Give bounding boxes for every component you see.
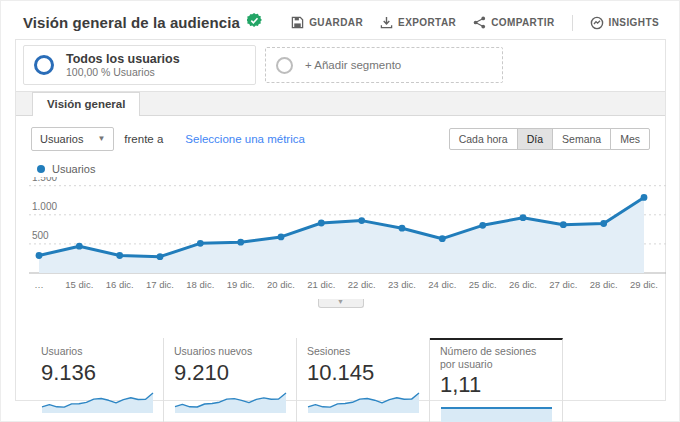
report-panel: Todos los usuarios 100,00 % Usuarios + A… bbox=[15, 39, 666, 401]
chart-legend: Usuarios bbox=[37, 163, 658, 175]
versus-label: frente a bbox=[124, 133, 163, 145]
granularity-week-button[interactable]: Semana bbox=[552, 128, 611, 150]
save-button[interactable]: GUARDAR bbox=[291, 16, 363, 29]
chevron-down-icon: ▼ bbox=[97, 134, 105, 143]
svg-text:26 dic.: 26 dic. bbox=[509, 279, 537, 290]
metric-dropdown-value: Usuarios bbox=[40, 133, 83, 145]
segment-row: Todos los usuarios 100,00 % Usuarios + A… bbox=[16, 40, 665, 91]
annotations-toggle-handle[interactable]: ▼ bbox=[318, 299, 364, 308]
users-line-chart[interactable]: 5001.0001.500…15 dic.16 dic.17 dic.18 di… bbox=[29, 177, 652, 299]
scorecard-title: Sesiones bbox=[307, 345, 419, 358]
page-title: Visión general de la audiencia bbox=[23, 14, 240, 31]
svg-text:…: … bbox=[34, 279, 44, 290]
svg-text:1.500: 1.500 bbox=[32, 177, 57, 183]
scorecard-value: 9.210 bbox=[174, 361, 286, 385]
select-metric-link[interactable]: Seleccione una métrica bbox=[185, 133, 305, 145]
svg-text:28 dic.: 28 dic. bbox=[590, 279, 618, 290]
segment-text: Todos los usuarios 100,00 % Usuarios bbox=[66, 52, 180, 79]
share-icon bbox=[473, 16, 486, 29]
legend-label: Usuarios bbox=[52, 163, 95, 175]
sparkline bbox=[174, 388, 287, 414]
download-icon bbox=[380, 16, 393, 29]
scorecard-new-users[interactable]: Usuarios nuevos 9.210 bbox=[164, 338, 297, 422]
scorecard-users[interactable]: Usuarios 9.136 bbox=[31, 338, 164, 422]
scorecard-value: 10.145 bbox=[307, 361, 419, 385]
segment-subtitle: 100,00 % Usuarios bbox=[66, 66, 180, 79]
svg-text:29 dic.: 29 dic. bbox=[630, 279, 658, 290]
svg-text:500: 500 bbox=[32, 230, 49, 241]
save-icon bbox=[291, 16, 304, 29]
sparkline bbox=[307, 388, 420, 414]
scorecard-value: 9.136 bbox=[41, 361, 153, 385]
chevron-down-icon: ▼ bbox=[337, 298, 344, 305]
segment-ring-icon bbox=[34, 55, 54, 75]
add-segment-label: + Añadir segmento bbox=[305, 59, 401, 71]
insights-icon bbox=[590, 16, 604, 30]
segment-chip-all-users[interactable]: Todos los usuarios 100,00 % Usuarios bbox=[23, 45, 256, 85]
line-chart-svg: 5001.0001.500…15 dic.16 dic.17 dic.18 di… bbox=[29, 177, 666, 299]
header-actions: GUARDAR EXPORTAR COMPARTIR INSIGHTS bbox=[291, 15, 659, 31]
metric-dropdown[interactable]: Usuarios ▼ bbox=[31, 127, 114, 151]
scorecard-title: Usuarios bbox=[41, 345, 153, 358]
tab-strip: Visión general bbox=[16, 91, 665, 116]
scorecards-row: Usuarios 9.136 Usuarios nuevos 9.210 Ses… bbox=[31, 338, 658, 422]
svg-text:16 dic.: 16 dic. bbox=[106, 279, 134, 290]
share-button[interactable]: COMPARTIR bbox=[473, 16, 554, 29]
svg-text:27 dic.: 27 dic. bbox=[549, 279, 577, 290]
svg-text:18 dic.: 18 dic. bbox=[186, 279, 214, 290]
export-button[interactable]: EXPORTAR bbox=[380, 16, 456, 29]
empty-segment-ring-icon bbox=[276, 57, 293, 74]
insights-button[interactable]: INSIGHTS bbox=[590, 16, 659, 30]
svg-text:24 dic.: 24 dic. bbox=[428, 279, 456, 290]
insights-label: INSIGHTS bbox=[609, 17, 659, 28]
audience-overview-page: Visión general de la audiencia GUARDAR E… bbox=[0, 0, 680, 422]
svg-text:15 dic.: 15 dic. bbox=[65, 279, 93, 290]
scorecard-value: 1,11 bbox=[440, 373, 552, 397]
svg-text:23 dic.: 23 dic. bbox=[388, 279, 416, 290]
export-label: EXPORTAR bbox=[398, 17, 456, 28]
scorecard-title: Número de sesiones por usuario bbox=[440, 345, 552, 370]
tab-overview[interactable]: Visión general bbox=[32, 92, 140, 116]
share-label: COMPARTIR bbox=[491, 17, 554, 28]
panel-content: Usuarios ▼ frente a Seleccione una métri… bbox=[16, 125, 665, 422]
granularity-group: Cada hora Día Semana Mes bbox=[449, 128, 650, 150]
add-segment-button[interactable]: + Añadir segmento bbox=[265, 47, 503, 83]
svg-text:21 dic.: 21 dic. bbox=[307, 279, 335, 290]
segment-title: Todos los usuarios bbox=[66, 52, 180, 66]
svg-text:20 dic.: 20 dic. bbox=[267, 279, 295, 290]
save-label: GUARDAR bbox=[309, 17, 363, 28]
header-divider bbox=[572, 15, 573, 31]
svg-text:17 dic.: 17 dic. bbox=[146, 279, 174, 290]
svg-text:25 dic.: 25 dic. bbox=[469, 279, 497, 290]
report-header: Visión general de la audiencia GUARDAR E… bbox=[1, 1, 679, 35]
chart-controls: Usuarios ▼ frente a Seleccione una métri… bbox=[23, 125, 658, 152]
svg-text:22 dic.: 22 dic. bbox=[348, 279, 376, 290]
granularity-day-button[interactable]: Día bbox=[517, 128, 553, 150]
granularity-month-button[interactable]: Mes bbox=[610, 128, 650, 150]
sparkline bbox=[41, 388, 154, 414]
scorecard-sessions[interactable]: Sesiones 10.145 bbox=[297, 338, 430, 422]
verified-shield-icon bbox=[247, 13, 262, 32]
svg-text:1.000: 1.000 bbox=[32, 201, 57, 212]
scorecard-sessions-per-user[interactable]: Número de sesiones por usuario 1,11 bbox=[430, 338, 563, 422]
scorecard-title: Usuarios nuevos bbox=[174, 345, 286, 358]
legend-dot-icon bbox=[37, 165, 45, 173]
svg-text:19 dic.: 19 dic. bbox=[227, 279, 255, 290]
sparkline bbox=[440, 400, 553, 422]
granularity-hourly-button[interactable]: Cada hora bbox=[449, 128, 518, 150]
